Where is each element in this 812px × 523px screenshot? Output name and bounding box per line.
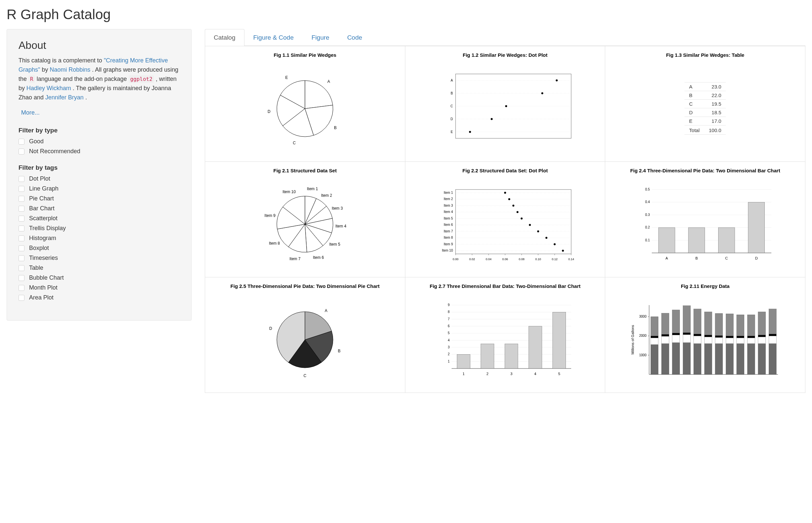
filter-tag-checkbox[interactable] <box>18 275 24 281</box>
table-cell: 17.0 <box>704 117 726 125</box>
filter-type-checkbox[interactable] <box>18 149 24 155</box>
svg-text:0.02: 0.02 <box>469 257 475 261</box>
filter-tag-item[interactable]: Pie Chart <box>18 195 180 202</box>
main-content: CatalogFigure & CodeFigureCode Fig 1.1 S… <box>205 29 806 393</box>
filter-type-item[interactable]: Good <box>18 138 180 145</box>
gallery-cell[interactable]: Fig 2.1 Structured Data SetItem 1Item 2I… <box>205 162 405 277</box>
chart-title: Fig 2.2 Structured Data Set: Dot Plot <box>462 168 548 174</box>
filter-tag-item[interactable]: Scatterplot <box>18 215 180 222</box>
svg-text:0.10: 0.10 <box>535 257 541 261</box>
author-link[interactable]: Naomi Robbins <box>50 66 90 73</box>
table-cell: 18.5 <box>704 108 726 117</box>
gallery-cell[interactable]: Fig 2.2 Structured Data Set: Dot PlotIte… <box>405 162 605 277</box>
filter-tag-checkbox[interactable] <box>18 255 24 261</box>
svg-text:Item 2: Item 2 <box>444 197 453 201</box>
filter-tag-checkbox[interactable] <box>18 245 24 251</box>
chart-title: Fig 1.2 Similar Pie Wedges: Dot Plot <box>463 52 547 58</box>
filter-tag-checkbox[interactable] <box>18 186 24 192</box>
svg-rect-168 <box>726 344 734 374</box>
svg-rect-152 <box>683 343 690 374</box>
svg-text:0.1: 0.1 <box>645 238 650 242</box>
svg-text:7: 7 <box>448 317 449 321</box>
ggplot-code: ggplot2 <box>128 75 154 83</box>
filter-tag-label: Table <box>29 265 43 271</box>
svg-text:8: 8 <box>448 310 449 314</box>
filter-tag-checkbox[interactable] <box>18 235 24 241</box>
filter-tag-item[interactable]: Histogram <box>18 235 180 242</box>
svg-text:E: E <box>285 75 288 80</box>
data-table: A23.0B22.0C19.5D18.5E17.0Total100.0 <box>685 82 726 135</box>
svg-point-42 <box>516 211 518 213</box>
tab-figure[interactable]: Figure <box>303 29 338 46</box>
filter-tag-checkbox[interactable] <box>18 295 24 301</box>
plot-area: A23.0B22.0C19.5D18.5E17.0Total100.0 <box>611 62 799 156</box>
filter-tag-item[interactable]: Area Plot <box>18 294 180 301</box>
filter-tag-item[interactable]: Line Graph <box>18 185 180 192</box>
filter-type-item[interactable]: Not Recommended <box>18 148 180 155</box>
tab-code[interactable]: Code <box>338 29 371 46</box>
svg-text:2: 2 <box>448 352 449 356</box>
filter-tag-item[interactable]: Boxplot <box>18 245 180 252</box>
filter-tag-item[interactable]: Table <box>18 265 180 271</box>
svg-text:Item 4: Item 4 <box>335 224 347 229</box>
filter-tag-checkbox[interactable] <box>18 226 24 232</box>
svg-rect-143 <box>651 317 658 336</box>
filter-tag-item[interactable]: Timeseries <box>18 255 180 262</box>
svg-rect-183 <box>758 312 766 335</box>
gallery: Fig 1.1 Similar Pie WedgesABCDEFig 1.2 S… <box>205 46 806 393</box>
filter-type-label: Good <box>29 138 43 145</box>
filter-tag-item[interactable]: Bubble Chart <box>18 274 180 281</box>
jbryan-link[interactable]: Jennifer Bryan <box>45 94 84 101</box>
table-cell: B <box>685 91 704 100</box>
svg-rect-158 <box>694 334 701 336</box>
svg-text:3: 3 <box>448 345 449 349</box>
svg-rect-157 <box>694 336 701 343</box>
svg-rect-129 <box>553 312 566 368</box>
filter-tag-item[interactable]: Bar Chart <box>18 205 180 212</box>
svg-text:2000: 2000 <box>639 334 647 338</box>
svg-text:Item 6: Item 6 <box>313 255 324 260</box>
filter-tag-item[interactable]: Trellis Display <box>18 225 180 232</box>
svg-point-60 <box>562 250 564 252</box>
svg-rect-146 <box>661 335 669 337</box>
filter-tag-checkbox[interactable] <box>18 265 24 271</box>
svg-text:0.2: 0.2 <box>645 226 650 229</box>
table-cell: 23.0 <box>704 83 726 91</box>
filter-type-label: Not Recommended <box>29 148 80 155</box>
filter-tag-checkbox[interactable] <box>18 216 24 221</box>
more-link[interactable]: More... <box>21 109 40 116</box>
filter-tag-checkbox[interactable] <box>18 285 24 291</box>
svg-rect-169 <box>726 338 734 343</box>
gallery-cell[interactable]: Fig 2.4 Three-Dimensional Pie Data: Two … <box>605 162 806 277</box>
filter-type-checkbox[interactable] <box>18 139 24 145</box>
table-cell: D <box>685 108 704 117</box>
gallery-cell[interactable]: Fig 2.5 Three-Dimensional Pie Data: Two … <box>205 277 405 393</box>
svg-text:0.4: 0.4 <box>645 200 650 204</box>
gallery-cell[interactable]: Fig 1.1 Similar Pie WedgesABCDE <box>205 46 405 162</box>
svg-rect-182 <box>758 335 766 337</box>
gallery-cell[interactable]: Fig 1.2 Similar Pie Wedges: Dot PlotABCD… <box>405 46 605 162</box>
tab-figure-code[interactable]: Figure & Code <box>245 29 303 46</box>
filter-tag-label: Boxplot <box>29 245 49 252</box>
gallery-cell[interactable]: Fig 2.7 Three Dimensional Bar Data: Two-… <box>405 277 605 393</box>
svg-text:Item 9: Item 9 <box>265 213 276 218</box>
tab-catalog[interactable]: Catalog <box>205 29 245 46</box>
svg-rect-181 <box>758 337 766 343</box>
filter-tag-checkbox[interactable] <box>18 196 24 202</box>
filter-tag-checkbox[interactable] <box>18 176 24 182</box>
hadley-link[interactable]: Hadley Wickham <box>27 85 71 91</box>
svg-text:1: 1 <box>448 360 449 363</box>
page-title: R Graph Catalog <box>6 6 806 22</box>
filter-tag-item[interactable]: Dot Plot <box>18 175 180 182</box>
svg-rect-96 <box>748 202 765 253</box>
gallery-cell[interactable]: Fig 1.3 Similar Pie Wedges: TableA23.0B2… <box>605 46 806 162</box>
tabs: CatalogFigure & CodeFigureCode <box>205 29 806 46</box>
plot-area: ABCDE <box>211 62 399 156</box>
svg-text:C: C <box>304 374 306 378</box>
svg-rect-171 <box>726 314 734 336</box>
filter-tag-checkbox[interactable] <box>18 206 24 212</box>
svg-rect-180 <box>758 344 766 374</box>
filter-tag-item[interactable]: Month Plot <box>18 284 180 291</box>
gallery-cell[interactable]: Fig 2.11 Energy Data100020003000Millions… <box>605 277 806 393</box>
svg-text:0.5: 0.5 <box>645 187 650 191</box>
